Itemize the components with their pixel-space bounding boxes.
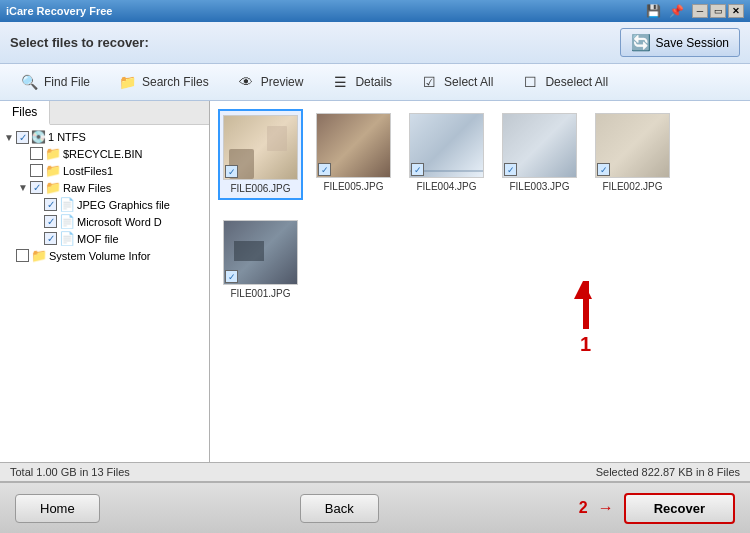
save-icon: 💾 xyxy=(646,4,661,18)
rawfiles-label: Raw Files xyxy=(63,182,111,194)
checkbox-sysvolinfo[interactable] xyxy=(16,249,29,262)
select-all-button[interactable]: ☑ Select All xyxy=(410,68,501,96)
filename-f004: FILE004.JPG xyxy=(416,181,476,192)
checkbox-f004[interactable] xyxy=(411,163,424,176)
file-item-f003[interactable]: FILE003.JPG xyxy=(497,109,582,200)
checkbox-lostfiles[interactable] xyxy=(30,164,43,177)
file-item-f005[interactable]: FILE005.JPG xyxy=(311,109,396,200)
folder-icon-sysvolinfo: 📁 xyxy=(31,248,47,263)
annotation-number: 1 xyxy=(580,333,591,356)
folder-icon-lostfiles: 📁 xyxy=(45,163,61,178)
deselect-all-icon: ☐ xyxy=(519,71,541,93)
select-all-icon: ☑ xyxy=(418,71,440,93)
recover-step-label: 2 xyxy=(579,499,588,517)
arrow-bottom-shaft xyxy=(583,301,589,329)
tree-tabs: Files xyxy=(0,101,209,125)
file-item-f002[interactable]: FILE002.JPG xyxy=(590,109,675,200)
preview-icon: 👁 xyxy=(235,71,257,93)
tree-node-ntfs: ▼ 💽 1 NTFS xyxy=(4,129,205,145)
titlebar: iCare Recovery Free 💾 📌 ─ ▭ ✕ xyxy=(0,0,750,22)
recover-section: 2 → Recover xyxy=(579,493,735,524)
thumb-wrapper-f003 xyxy=(502,113,577,178)
home-button[interactable]: Home xyxy=(15,494,100,523)
recover-button[interactable]: Recover xyxy=(624,493,735,524)
tree-node-recycle: 📁 $RECYCLE.BIN xyxy=(18,145,205,162)
toolbar: Select files to recover: 🔄 Save Session xyxy=(0,22,750,64)
main-window: Select files to recover: 🔄 Save Session … xyxy=(0,22,750,533)
mof-label: MOF file xyxy=(77,233,119,245)
save-session-icon: 🔄 xyxy=(631,33,651,52)
tree-content: ▼ 💽 1 NTFS 📁 $RECYCLE.BIN xyxy=(0,125,209,462)
filename-f005: FILE005.JPG xyxy=(323,181,383,192)
find-file-label: Find File xyxy=(44,75,90,89)
checkbox-f003[interactable] xyxy=(504,163,517,176)
recycle-label: $RECYCLE.BIN xyxy=(63,148,142,160)
back-button[interactable]: Back xyxy=(300,494,379,523)
actionbar: 🔍 Find File 📁 Search Files 👁 Preview ☰ D… xyxy=(0,64,750,101)
thumb-wrapper-f006 xyxy=(223,115,298,180)
expand-rawfiles-icon[interactable]: ▼ xyxy=(18,182,28,193)
folder-icon-jpeg: 📄 xyxy=(59,197,75,212)
checkbox-jpeg[interactable] xyxy=(44,198,57,211)
file-item-f004[interactable]: FILE004.JPG xyxy=(404,109,489,200)
checkbox-f002[interactable] xyxy=(597,163,610,176)
ntfs-label: 1 NTFS xyxy=(48,131,86,143)
statusbar-left: Total 1.00 GB in 13 Files xyxy=(10,466,130,478)
thumb-wrapper-f004 xyxy=(409,113,484,178)
checkbox-msword[interactable] xyxy=(44,215,57,228)
file-item-f006[interactable]: FILE006.JPG xyxy=(218,109,303,200)
thumb-wrapper-f001 xyxy=(223,220,298,285)
bottombar: Home Back 2 → Recover xyxy=(0,481,750,533)
details-button[interactable]: ☰ Details xyxy=(321,68,400,96)
search-files-button[interactable]: 📁 Search Files xyxy=(108,68,217,96)
statusbar-right: Selected 822.87 KB in 8 Files xyxy=(596,466,740,478)
window-controls: 💾 📌 ─ ▭ ✕ xyxy=(646,4,744,18)
pin-icon: 📌 xyxy=(669,4,684,18)
filename-f006: FILE006.JPG xyxy=(230,183,290,194)
tree-node-sysvolinfo: 📁 System Volume Infor xyxy=(4,247,205,264)
file-grid: FILE006.JPG FILE005.JPG xyxy=(218,109,742,303)
files-tab[interactable]: Files xyxy=(0,101,50,125)
checkbox-f006[interactable] xyxy=(225,165,238,178)
checkbox-rawfiles[interactable] xyxy=(30,181,43,194)
tree-node-msword: 📄 Microsoft Word D xyxy=(32,213,205,230)
recover-arrow-icon: → xyxy=(598,499,614,517)
deselect-all-button[interactable]: ☐ Deselect All xyxy=(511,68,616,96)
search-files-icon: 📁 xyxy=(116,71,138,93)
deselect-all-label: Deselect All xyxy=(545,75,608,89)
filename-f001: FILE001.JPG xyxy=(230,288,290,299)
folder-icon-mof: 📄 xyxy=(59,231,75,246)
folder-icon-msword: 📄 xyxy=(59,214,75,229)
details-icon: ☰ xyxy=(329,71,351,93)
sysvolinfo-label: System Volume Infor xyxy=(49,250,151,262)
filename-f003: FILE003.JPG xyxy=(509,181,569,192)
checkbox-f005[interactable] xyxy=(318,163,331,176)
lostfiles-label: LostFiles1 xyxy=(63,165,113,177)
checkbox-ntfs[interactable] xyxy=(16,131,29,144)
app-title: iCare Recovery Free xyxy=(6,5,112,17)
preview-button[interactable]: 👁 Preview xyxy=(227,68,312,96)
close-button[interactable]: ✕ xyxy=(728,4,744,18)
jpeg-label: JPEG Graphics file xyxy=(77,199,170,211)
msword-label: Microsoft Word D xyxy=(77,216,162,228)
expand-ntfs-icon[interactable]: ▼ xyxy=(4,132,14,143)
drive-icon: 💽 xyxy=(31,130,46,144)
checkbox-f001[interactable] xyxy=(225,270,238,283)
tree-panel: Files ▼ 💽 1 NTFS 📁 $RECYCLE.BIN xyxy=(0,101,210,462)
preview-label: Preview xyxy=(261,75,304,89)
search-files-label: Search Files xyxy=(142,75,209,89)
checkbox-recycle[interactable] xyxy=(30,147,43,160)
content-area: Files ▼ 💽 1 NTFS 📁 $RECYCLE.BIN xyxy=(0,101,750,462)
file-panel: FILE006.JPG FILE005.JPG xyxy=(210,101,750,462)
checkbox-mof[interactable] xyxy=(44,232,57,245)
restore-button[interactable]: ▭ xyxy=(710,4,726,18)
tree-node-rawfiles: ▼ 📁 Raw Files xyxy=(18,179,205,196)
file-item-f001[interactable]: FILE001.JPG xyxy=(218,216,303,303)
save-session-button[interactable]: 🔄 Save Session xyxy=(620,28,740,57)
details-label: Details xyxy=(355,75,392,89)
find-file-icon: 🔍 xyxy=(18,71,40,93)
minimize-button[interactable]: ─ xyxy=(692,4,708,18)
save-session-label: Save Session xyxy=(656,36,729,50)
thumb-wrapper-f002 xyxy=(595,113,670,178)
find-file-button[interactable]: 🔍 Find File xyxy=(10,68,98,96)
